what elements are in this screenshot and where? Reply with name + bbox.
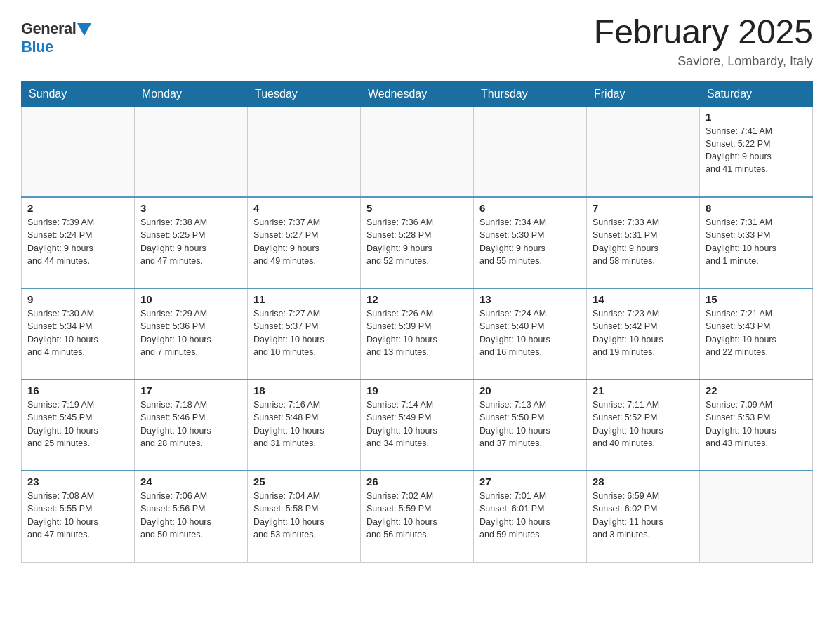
day-number: 4 bbox=[253, 202, 355, 214]
day-info: Sunrise: 6:59 AMSunset: 6:02 PMDaylight:… bbox=[593, 490, 694, 541]
day-number: 19 bbox=[366, 384, 468, 396]
calendar-day-cell bbox=[135, 106, 248, 197]
calendar-day-cell: 10Sunrise: 7:29 AMSunset: 5:36 PMDayligh… bbox=[135, 288, 248, 380]
calendar-day-cell: 28Sunrise: 6:59 AMSunset: 6:02 PMDayligh… bbox=[587, 471, 700, 562]
day-number: 10 bbox=[140, 293, 241, 305]
day-number: 21 bbox=[593, 384, 694, 396]
calendar-header: SundayMondayTuesdayWednesdayThursdayFrid… bbox=[22, 81, 813, 106]
weekday-header-saturday: Saturday bbox=[700, 81, 813, 106]
weekday-header-row: SundayMondayTuesdayWednesdayThursdayFrid… bbox=[22, 81, 813, 106]
day-info: Sunrise: 7:08 AMSunset: 5:55 PMDaylight:… bbox=[27, 490, 128, 541]
calendar-day-cell: 20Sunrise: 7:13 AMSunset: 5:50 PMDayligh… bbox=[474, 380, 587, 471]
calendar-day-cell: 2Sunrise: 7:39 AMSunset: 5:24 PMDaylight… bbox=[22, 197, 135, 288]
day-info: Sunrise: 7:09 AMSunset: 5:53 PMDaylight:… bbox=[706, 398, 807, 450]
day-info: Sunrise: 7:33 AMSunset: 5:31 PMDaylight:… bbox=[593, 216, 694, 267]
location-text: Saviore, Lombardy, Italy bbox=[594, 54, 813, 69]
day-number: 20 bbox=[479, 384, 581, 396]
day-info: Sunrise: 7:18 AMSunset: 5:46 PMDaylight:… bbox=[140, 398, 241, 450]
day-number: 18 bbox=[253, 384, 355, 396]
calendar-day-cell: 26Sunrise: 7:02 AMSunset: 5:59 PMDayligh… bbox=[361, 471, 474, 562]
calendar-day-cell bbox=[587, 106, 700, 197]
calendar-week-row: 1Sunrise: 7:41 AMSunset: 5:22 PMDaylight… bbox=[22, 106, 813, 197]
day-number: 11 bbox=[253, 293, 355, 305]
day-info: Sunrise: 7:26 AMSunset: 5:39 PMDaylight:… bbox=[366, 307, 468, 358]
day-info: Sunrise: 7:02 AMSunset: 5:59 PMDaylight:… bbox=[366, 490, 468, 541]
logo-general-text: General bbox=[21, 20, 76, 38]
day-info: Sunrise: 7:14 AMSunset: 5:49 PMDaylight:… bbox=[366, 398, 468, 450]
calendar-day-cell bbox=[700, 471, 813, 562]
month-title: February 2025 bbox=[594, 14, 813, 51]
day-info: Sunrise: 7:38 AMSunset: 5:25 PMDaylight:… bbox=[140, 216, 241, 267]
calendar-day-cell: 23Sunrise: 7:08 AMSunset: 5:55 PMDayligh… bbox=[22, 471, 135, 562]
logo-blue-text: Blue bbox=[21, 38, 53, 56]
calendar-day-cell: 6Sunrise: 7:34 AMSunset: 5:30 PMDaylight… bbox=[474, 197, 587, 288]
day-info: Sunrise: 7:11 AMSunset: 5:52 PMDaylight:… bbox=[593, 398, 694, 450]
logo: General Blue bbox=[21, 14, 91, 56]
calendar-body: 1Sunrise: 7:41 AMSunset: 5:22 PMDaylight… bbox=[22, 106, 813, 562]
calendar-day-cell bbox=[22, 106, 135, 197]
calendar-day-cell: 14Sunrise: 7:23 AMSunset: 5:42 PMDayligh… bbox=[587, 288, 700, 380]
calendar-day-cell bbox=[248, 106, 361, 197]
calendar-day-cell: 12Sunrise: 7:26 AMSunset: 5:39 PMDayligh… bbox=[361, 288, 474, 380]
day-number: 22 bbox=[706, 384, 807, 396]
calendar-day-cell: 19Sunrise: 7:14 AMSunset: 5:49 PMDayligh… bbox=[361, 380, 474, 471]
day-info: Sunrise: 7:19 AMSunset: 5:45 PMDaylight:… bbox=[27, 398, 128, 450]
day-info: Sunrise: 7:39 AMSunset: 5:24 PMDaylight:… bbox=[27, 216, 128, 267]
calendar-week-row: 9Sunrise: 7:30 AMSunset: 5:34 PMDaylight… bbox=[22, 288, 813, 380]
day-number: 28 bbox=[593, 476, 694, 488]
day-number: 6 bbox=[479, 202, 581, 214]
day-number: 7 bbox=[593, 202, 694, 214]
day-info: Sunrise: 7:27 AMSunset: 5:37 PMDaylight:… bbox=[253, 307, 355, 358]
calendar-week-row: 16Sunrise: 7:19 AMSunset: 5:45 PMDayligh… bbox=[22, 380, 813, 471]
day-number: 12 bbox=[366, 293, 468, 305]
calendar-day-cell: 5Sunrise: 7:36 AMSunset: 5:28 PMDaylight… bbox=[361, 197, 474, 288]
day-info: Sunrise: 7:16 AMSunset: 5:48 PMDaylight:… bbox=[253, 398, 355, 450]
day-info: Sunrise: 7:34 AMSunset: 5:30 PMDaylight:… bbox=[479, 216, 581, 267]
calendar-day-cell: 7Sunrise: 7:33 AMSunset: 5:31 PMDaylight… bbox=[587, 197, 700, 288]
page-header: General Blue February 2025 Saviore, Lomb… bbox=[21, 14, 813, 69]
day-number: 3 bbox=[140, 202, 241, 214]
calendar-day-cell: 1Sunrise: 7:41 AMSunset: 5:22 PMDaylight… bbox=[700, 106, 813, 197]
day-info: Sunrise: 7:31 AMSunset: 5:33 PMDaylight:… bbox=[706, 216, 807, 267]
calendar-day-cell: 27Sunrise: 7:01 AMSunset: 6:01 PMDayligh… bbox=[474, 471, 587, 562]
day-number: 17 bbox=[140, 384, 241, 396]
calendar-day-cell bbox=[474, 106, 587, 197]
calendar-day-cell: 13Sunrise: 7:24 AMSunset: 5:40 PMDayligh… bbox=[474, 288, 587, 380]
calendar-day-cell: 15Sunrise: 7:21 AMSunset: 5:43 PMDayligh… bbox=[700, 288, 813, 380]
day-info: Sunrise: 7:13 AMSunset: 5:50 PMDaylight:… bbox=[479, 398, 581, 450]
day-number: 26 bbox=[366, 476, 468, 488]
day-number: 14 bbox=[593, 293, 694, 305]
day-info: Sunrise: 7:06 AMSunset: 5:56 PMDaylight:… bbox=[140, 490, 241, 541]
weekday-header-sunday: Sunday bbox=[22, 81, 135, 106]
calendar-day-cell: 18Sunrise: 7:16 AMSunset: 5:48 PMDayligh… bbox=[248, 380, 361, 471]
calendar-table: SundayMondayTuesdayWednesdayThursdayFrid… bbox=[21, 81, 813, 563]
calendar-day-cell: 21Sunrise: 7:11 AMSunset: 5:52 PMDayligh… bbox=[587, 380, 700, 471]
weekday-header-wednesday: Wednesday bbox=[361, 81, 474, 106]
day-info: Sunrise: 7:24 AMSunset: 5:40 PMDaylight:… bbox=[479, 307, 581, 358]
day-number: 16 bbox=[27, 384, 128, 396]
day-info: Sunrise: 7:01 AMSunset: 6:01 PMDaylight:… bbox=[479, 490, 581, 541]
calendar-day-cell: 16Sunrise: 7:19 AMSunset: 5:45 PMDayligh… bbox=[22, 380, 135, 471]
day-info: Sunrise: 7:21 AMSunset: 5:43 PMDaylight:… bbox=[706, 307, 807, 358]
weekday-header-friday: Friday bbox=[587, 81, 700, 106]
day-number: 23 bbox=[27, 476, 128, 488]
day-info: Sunrise: 7:04 AMSunset: 5:58 PMDaylight:… bbox=[253, 490, 355, 541]
day-number: 2 bbox=[27, 202, 128, 214]
day-number: 24 bbox=[140, 476, 241, 488]
day-info: Sunrise: 7:37 AMSunset: 5:27 PMDaylight:… bbox=[253, 216, 355, 267]
day-info: Sunrise: 7:41 AMSunset: 5:22 PMDaylight:… bbox=[706, 125, 807, 176]
day-info: Sunrise: 7:36 AMSunset: 5:28 PMDaylight:… bbox=[366, 216, 468, 267]
day-number: 15 bbox=[706, 293, 807, 305]
calendar-day-cell: 4Sunrise: 7:37 AMSunset: 5:27 PMDaylight… bbox=[248, 197, 361, 288]
calendar-day-cell: 17Sunrise: 7:18 AMSunset: 5:46 PMDayligh… bbox=[135, 380, 248, 471]
calendar-day-cell: 8Sunrise: 7:31 AMSunset: 5:33 PMDaylight… bbox=[700, 197, 813, 288]
calendar-day-cell: 3Sunrise: 7:38 AMSunset: 5:25 PMDaylight… bbox=[135, 197, 248, 288]
calendar-day-cell: 25Sunrise: 7:04 AMSunset: 5:58 PMDayligh… bbox=[248, 471, 361, 562]
weekday-header-thursday: Thursday bbox=[474, 81, 587, 106]
calendar-day-cell: 24Sunrise: 7:06 AMSunset: 5:56 PMDayligh… bbox=[135, 471, 248, 562]
day-number: 25 bbox=[253, 476, 355, 488]
day-info: Sunrise: 7:23 AMSunset: 5:42 PMDaylight:… bbox=[593, 307, 694, 358]
calendar-day-cell: 9Sunrise: 7:30 AMSunset: 5:34 PMDaylight… bbox=[22, 288, 135, 380]
day-number: 1 bbox=[706, 111, 807, 123]
title-block: February 2025 Saviore, Lombardy, Italy bbox=[594, 14, 813, 69]
